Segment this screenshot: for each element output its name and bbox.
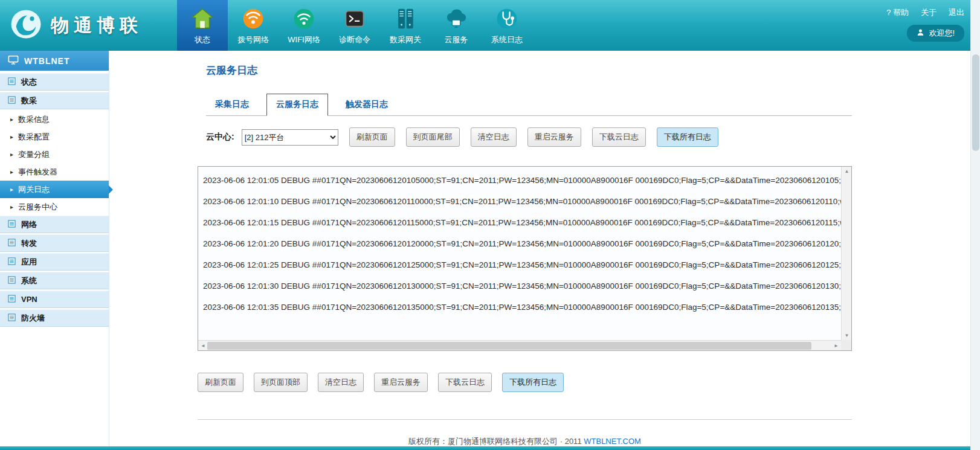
sidebar-item-status[interactable]: 状态 [0, 73, 109, 91]
nav-label: WIFI网络 [288, 34, 320, 45]
cloud-center-select[interactable]: [2] 212平台 [242, 129, 338, 146]
cloud-center-label: 云中心: [206, 132, 234, 143]
stethoscope-icon [494, 6, 520, 31]
list-icon [8, 96, 16, 106]
header-right: ? 帮助 关于 退出 欢迎您! [886, 7, 964, 42]
list-icon [8, 295, 16, 304]
sidebar-item-data-info[interactable]: ▸ 数采信息 [0, 111, 109, 128]
scroll-left-icon[interactable]: ◄ [201, 343, 205, 349]
page-title: 云服务日志 [206, 63, 852, 77]
list-icon [8, 257, 16, 267]
wifi-icon [291, 6, 317, 31]
sidebar-item-label: VPN [21, 295, 37, 304]
vertical-scrollbar[interactable]: ▲ ▼ [841, 167, 851, 340]
sidebar-item-forwarding[interactable]: 转发 [0, 234, 109, 252]
sidebar-item-gateway-log[interactable]: ▸ 网关日志 [0, 181, 109, 198]
sidebar-item-application[interactable]: 应用 [0, 253, 109, 271]
about-link[interactable]: 关于 [921, 7, 936, 18]
download-all-logs-button[interactable]: 下载所有日志 [657, 127, 718, 147]
goto-page-bottom-button[interactable]: 到页面尾部 [406, 127, 460, 147]
sidebar-item-label: 状态 [21, 77, 37, 88]
scroll-down-icon[interactable]: ▼ [842, 333, 852, 338]
logout-link[interactable]: 退出 [949, 7, 964, 18]
sidebar-item-label: 云服务中心 [18, 202, 57, 213]
download-cloud-log-button[interactable]: 下载云日志 [592, 127, 646, 147]
page-scrollbar[interactable] [970, 0, 980, 450]
restart-cloud-service-button[interactable]: 重启云服务 [527, 127, 581, 147]
caret-right-icon: ▸ [10, 169, 13, 175]
sidebar-item-label: 应用 [21, 257, 37, 268]
sidebar-item-label: 事件触发器 [18, 167, 57, 178]
logo: 物通博联 [8, 7, 143, 44]
sidebar-item-event-trigger[interactable]: ▸ 事件触发器 [0, 163, 109, 181]
log-viewer[interactable]: 2023-06-06 12:01:05 DEBUG ##0171QN=20230… [198, 166, 852, 351]
caret-right-icon: ▸ [10, 116, 13, 123]
list-icon [8, 239, 16, 248]
list-icon [8, 77, 16, 87]
scroll-up-icon[interactable]: ▲ [842, 169, 852, 174]
sidebar-item-firewall[interactable]: 防火墙 [0, 309, 109, 327]
log-line: 2023-06-06 12:01:20 DEBUG ##0171QN=20230… [203, 233, 841, 254]
sidebar-item-cloud-center[interactable]: ▸ 云服务中心 [0, 198, 109, 216]
logo-icon [8, 7, 44, 44]
sidebar-menu: 状态 数采 ▸ 数采信息 ▸ 数采配置 ▸ 变量分组 ▸ 事件触发器 ▸ 网关日… [0, 73, 109, 327]
nav-wifi-network[interactable]: WIFI网络 [279, 0, 329, 51]
nav-cloud-service[interactable]: 云服务 [431, 0, 482, 51]
refresh-page-button-bottom[interactable]: 刷新页面 [198, 373, 243, 392]
sidebar-item-label: 数采配置 [18, 132, 50, 143]
nav-label: 诊断命令 [339, 34, 370, 45]
goto-page-top-button[interactable]: 到页面顶部 [254, 373, 308, 392]
scroll-right-icon[interactable]: ► [834, 343, 839, 349]
tab-collect-log[interactable]: 采集日志 [206, 94, 258, 115]
clear-log-button-bottom[interactable]: 清空日志 [318, 373, 364, 392]
top-navigation: 状态 拨号网络 WIFI网络 [177, 0, 532, 51]
nav-data-gateway[interactable]: 数采网关 [380, 0, 431, 51]
horizontal-scrollbar[interactable]: ◄ ► [198, 340, 841, 350]
sidebar-item-label: 网关日志 [18, 184, 50, 195]
nav-label: 数采网关 [390, 34, 421, 45]
download-all-logs-button-bottom[interactable]: 下载所有日志 [502, 373, 564, 392]
welcome-badge[interactable]: 欢迎您! [907, 25, 964, 42]
nav-dial-network[interactable]: 拨号网络 [228, 0, 279, 51]
caret-right-icon: ▸ [10, 204, 13, 210]
sidebar-item-variable-group[interactable]: ▸ 变量分组 [0, 146, 109, 163]
terminal-icon [342, 6, 367, 31]
logo-text: 物通博联 [51, 13, 143, 38]
nav-label: 拨号网络 [237, 34, 269, 45]
nav-label: 云服务 [445, 34, 468, 45]
clear-log-button[interactable]: 清空日志 [471, 127, 517, 147]
sidebar: WTBLNET 状态 数采 ▸ 数采信息 ▸ 数采配置 ▸ 变量分组 ▸ 事件触… [0, 51, 109, 447]
footer-link[interactable]: WTBLNET.COM [584, 437, 641, 446]
dial-network-icon [240, 6, 266, 31]
sidebar-item-label: 网络 [21, 219, 37, 230]
log-tabs: 采集日志 云服务日志 触发器日志 [206, 94, 852, 116]
monitor-icon [8, 54, 19, 67]
top-header: 物通博联 状态 拨号网络 [0, 0, 980, 51]
tab-cloud-service-log[interactable]: 云服务日志 [266, 94, 328, 116]
nav-diagnostic-command[interactable]: 诊断命令 [329, 0, 380, 51]
page-scroll-thumb[interactable] [972, 54, 979, 151]
download-cloud-log-button-bottom[interactable]: 下载云日志 [438, 373, 492, 392]
user-icon [917, 28, 924, 38]
nav-status[interactable]: 状态 [177, 0, 228, 51]
log-line: 2023-06-06 12:01:05 DEBUG ##0171QN=20230… [203, 170, 841, 191]
nav-system-log[interactable]: 系统日志 [482, 0, 532, 51]
bottom-controls: 刷新页面 到页面顶部 清空日志 重启云服务 下载云日志 下载所有日志 [198, 373, 852, 392]
list-icon [8, 220, 16, 230]
sidebar-item-system[interactable]: 系统 [0, 272, 109, 289]
sidebar-item-label: 数采 [21, 95, 37, 106]
scrollbar-corner [841, 340, 851, 350]
sidebar-item-network[interactable]: 网络 [0, 216, 109, 233]
help-link[interactable]: ? 帮助 [886, 7, 909, 18]
sidebar-item-vpn[interactable]: VPN [0, 291, 109, 308]
header-links: ? 帮助 关于 退出 [886, 7, 964, 18]
sidebar-title: WTBLNET [0, 51, 109, 71]
tab-trigger-log[interactable]: 触发器日志 [337, 94, 397, 115]
restart-cloud-service-button-bottom[interactable]: 重启云服务 [374, 373, 428, 392]
sidebar-item-data-config[interactable]: ▸ 数采配置 [0, 128, 109, 146]
refresh-page-button[interactable]: 刷新页面 [349, 127, 395, 147]
caret-right-icon: ▸ [10, 151, 13, 158]
sidebar-title-text: WTBLNET [24, 56, 69, 66]
horizontal-scroll-thumb[interactable] [207, 342, 811, 350]
sidebar-item-data-acquisition[interactable]: 数采 [0, 92, 109, 109]
